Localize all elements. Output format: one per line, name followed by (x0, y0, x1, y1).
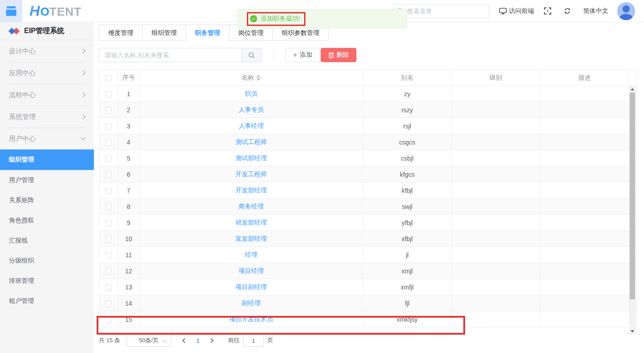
position-name-link[interactable]: 宣发部经理 (236, 235, 267, 242)
cell-num: 2 (118, 102, 140, 118)
sidebar-item-label: 用户管理 (9, 176, 34, 184)
sidebar-item-4[interactable]: 系统管理 (0, 106, 94, 128)
sort-caret-icon[interactable] (256, 75, 261, 81)
position-name-link[interactable]: 开发工程师 (236, 170, 267, 178)
position-name-link[interactable]: 项目经理 (239, 267, 264, 274)
cell-desc (540, 231, 629, 247)
main-content: 维度管理组织管理职务管理岗位管理组织参数管理 + 添加 删除 (94, 22, 644, 353)
row-checkbox[interactable] (106, 285, 112, 291)
position-name-link[interactable]: 项目开发技术员 (229, 315, 273, 323)
sidebar-item-12[interactable]: 排班管理 (0, 271, 94, 291)
table-search-input[interactable] (99, 48, 242, 62)
row-checkbox[interactable] (106, 204, 112, 210)
column-header-name[interactable]: 名称 (140, 70, 363, 86)
sidebar-item-5[interactable]: 用户中心 (0, 128, 94, 149)
row-checkbox[interactable] (106, 301, 112, 307)
sidebar-item-11[interactable]: 分级组织 (0, 251, 94, 271)
tab-组织管理[interactable]: 组织管理 (142, 25, 186, 41)
position-name-link[interactable]: 项目副经理 (236, 283, 267, 290)
fullscreen-icon (544, 7, 551, 15)
sidebar-item-13[interactable]: 租户管理 (0, 291, 94, 311)
fullscreen-button[interactable] (544, 7, 554, 15)
scroll-up-icon[interactable] (629, 86, 636, 92)
row-checkbox[interactable] (106, 123, 112, 130)
cell-level (452, 311, 540, 327)
sidebar-item-8[interactable]: 关系矩阵 (0, 190, 94, 210)
position-name-link[interactable]: 研发部经理 (236, 219, 267, 226)
next-page-button[interactable] (208, 338, 213, 343)
prev-page-button[interactable] (182, 338, 187, 343)
sidebar-item-6[interactable]: 组织管理 (0, 149, 94, 170)
sidebar-item-label: 流程中心 (9, 91, 36, 99)
cell-num: 7 (118, 183, 140, 199)
table-scrollbar[interactable] (629, 86, 636, 334)
position-name-link[interactable]: 职员 (245, 90, 258, 97)
sidebar-item-7[interactable]: 用户管理 (0, 170, 94, 190)
refresh-button[interactable] (564, 7, 573, 15)
row-checkbox[interactable] (106, 236, 112, 242)
tab-维度管理[interactable]: 维度管理 (99, 25, 143, 41)
row-checkbox[interactable] (106, 317, 112, 323)
success-check-icon: ✓ (250, 15, 257, 22)
row-checkbox[interactable] (106, 188, 112, 194)
cell-num: 5 (118, 150, 140, 166)
cell-desc (540, 134, 629, 150)
menu-search (393, 4, 489, 18)
row-checkbox[interactable] (106, 172, 112, 178)
row-checkbox[interactable] (106, 140, 112, 146)
scroll-down-icon[interactable] (629, 328, 636, 334)
chevron-right-icon (80, 114, 85, 119)
avatar[interactable] (617, 2, 635, 20)
goto-page-input[interactable] (243, 334, 264, 347)
search-icon (248, 52, 255, 59)
sidebar-item-1[interactable]: 设计中心 (0, 40, 94, 62)
table-container: 序号 名称 别名 级别 描述 1职员zy2人事专员rszy3人事经理rsjl4测… (99, 69, 636, 327)
menu-search-input[interactable] (393, 4, 489, 18)
row-checkbox[interactable] (106, 268, 112, 275)
select-all-checkbox[interactable] (106, 75, 112, 81)
cell-level (452, 295, 540, 311)
table-row-9: 9研发部经理yfbjl (99, 215, 637, 231)
column-header-num: 序号 (118, 70, 140, 86)
page-unit-label: 页 (267, 336, 273, 344)
delete-button[interactable]: 删除 (321, 48, 356, 62)
row-checkbox[interactable] (106, 107, 112, 114)
language-switch[interactable]: 简体中文 (583, 7, 608, 15)
cell-num: 12 (118, 263, 140, 279)
sidebar-item-3[interactable]: 流程中心 (0, 84, 94, 106)
cell-alias: xmfjl (363, 279, 452, 295)
cell-alias: swjl (363, 199, 452, 215)
sidebar-item-9[interactable]: 角色授权 (0, 210, 94, 230)
chevron-right-icon (80, 92, 85, 97)
page-size-select[interactable]: 50条/页 (127, 334, 171, 347)
position-name-link[interactable]: 人事经理 (239, 122, 264, 129)
table-search-button[interactable] (242, 48, 262, 62)
row-checkbox[interactable] (106, 91, 112, 98)
row-checkbox[interactable] (106, 252, 112, 259)
position-name-link[interactable]: 经理 (245, 251, 258, 258)
visit-frontend-button[interactable]: 访问前端 (499, 7, 534, 15)
cell-num: 8 (118, 199, 140, 215)
position-name-link[interactable]: 测试部经理 (236, 154, 267, 162)
tab-职务管理[interactable]: 职务管理 (186, 25, 229, 41)
collapse-menu-button[interactable] (0, 0, 22, 22)
position-name-link[interactable]: 测试工程师 (236, 138, 267, 145)
sidebar-item-10[interactable]: 汇报线 (0, 230, 94, 251)
position-name-link[interactable]: 人事专员 (239, 106, 264, 113)
position-name-link[interactable]: 副经理 (242, 299, 261, 306)
row-checkbox[interactable] (106, 156, 112, 162)
add-button[interactable]: + 添加 (285, 48, 320, 62)
position-name-link[interactable]: 商务经理 (239, 203, 264, 210)
cell-level (452, 166, 540, 183)
logo-o: O (40, 5, 49, 19)
cell-num: 15 (118, 311, 140, 327)
sidebar-item-2[interactable]: 应用中心 (0, 62, 94, 84)
cell-desc (540, 166, 629, 183)
cell-alias: fjl (363, 295, 452, 311)
current-page: 1 (196, 337, 199, 344)
position-name-link[interactable]: 开发部经理 (236, 187, 267, 194)
scrollbar-thumb[interactable] (630, 93, 635, 299)
table-row-5: 5测试部经理csbjl (99, 150, 637, 166)
row-checkbox[interactable] (106, 220, 112, 226)
table-row-10: 10宣发部经理xfbjl (99, 231, 637, 247)
